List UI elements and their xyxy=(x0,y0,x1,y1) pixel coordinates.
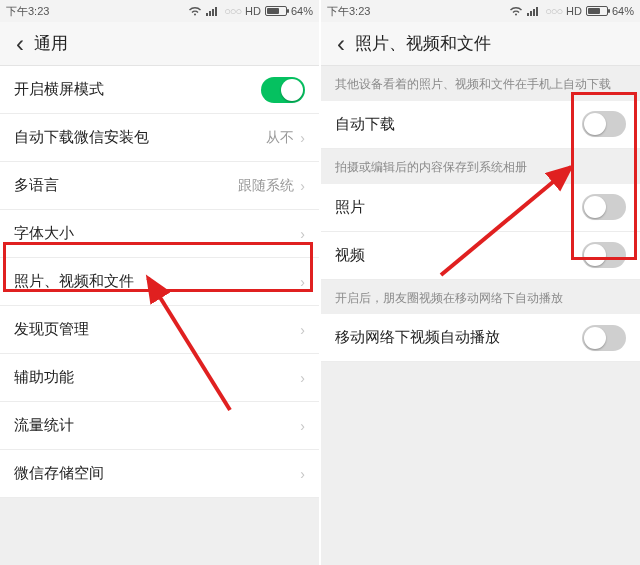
signal-icon xyxy=(527,6,541,16)
titlebar: ‹ 照片、视频和文件 xyxy=(321,22,640,66)
status-dots: ○○○ xyxy=(545,5,562,17)
statusbar: 下午3:23 ○○○ HD 64% xyxy=(321,0,640,22)
row-mobile-autoplay[interactable]: 移动网络下视频自动播放 xyxy=(321,314,640,362)
svg-rect-1 xyxy=(209,11,211,16)
back-button[interactable]: ‹ xyxy=(6,22,34,66)
battery-icon xyxy=(265,6,287,16)
row-label: 视频 xyxy=(335,246,365,265)
battery-percent: 64% xyxy=(291,5,313,17)
row-label: 照片、视频和文件 xyxy=(14,272,134,291)
row-storage[interactable]: 微信存储空间 › xyxy=(0,450,319,498)
toggle-auto-download[interactable] xyxy=(582,111,626,137)
row-video[interactable]: 视频 xyxy=(321,232,640,280)
row-label: 流量统计 xyxy=(14,416,74,435)
chevron-right-icon: › xyxy=(300,418,305,434)
svg-rect-3 xyxy=(215,7,217,16)
row-language[interactable]: 多语言 跟随系统 › xyxy=(0,162,319,210)
row-font-size[interactable]: 字体大小 › xyxy=(0,210,319,258)
toggle-landscape[interactable] xyxy=(261,77,305,103)
row-label: 辅助功能 xyxy=(14,368,74,387)
svg-rect-6 xyxy=(530,11,532,16)
svg-rect-2 xyxy=(212,9,214,16)
toggle-video[interactable] xyxy=(582,242,626,268)
chevron-right-icon: › xyxy=(300,226,305,242)
row-label: 发现页管理 xyxy=(14,320,89,339)
svg-rect-7 xyxy=(533,9,535,16)
section-note: 拍摄或编辑后的内容保存到系统相册 xyxy=(321,149,640,184)
status-time: 下午3:23 xyxy=(327,4,370,19)
wifi-icon xyxy=(188,6,202,16)
status-time: 下午3:23 xyxy=(6,4,49,19)
chevron-right-icon: › xyxy=(300,130,305,146)
row-label: 开启横屏模式 xyxy=(14,80,104,99)
signal-icon xyxy=(206,6,220,16)
section-note: 开启后，朋友圈视频在移动网络下自动播放 xyxy=(321,280,640,315)
row-photo[interactable]: 照片 xyxy=(321,184,640,232)
battery-percent: 64% xyxy=(612,5,634,17)
row-label: 多语言 xyxy=(14,176,59,195)
svg-rect-5 xyxy=(527,13,529,16)
settings-list: 开启横屏模式 自动下载微信安装包 从不 › 多语言 跟随系统 › xyxy=(0,66,319,498)
row-landscape[interactable]: 开启横屏模式 xyxy=(0,66,319,114)
status-dots: ○○○ xyxy=(224,5,241,17)
titlebar: ‹ 通用 xyxy=(0,22,319,66)
row-auto-download[interactable]: 自动下载 xyxy=(321,101,640,149)
battery-icon xyxy=(586,6,608,16)
row-accessibility[interactable]: 辅助功能 › xyxy=(0,354,319,402)
svg-rect-8 xyxy=(536,7,538,16)
row-label: 微信存储空间 xyxy=(14,464,104,483)
row-label: 字体大小 xyxy=(14,224,74,243)
row-label: 自动下载微信安装包 xyxy=(14,128,149,147)
hd-indicator: HD xyxy=(245,5,261,17)
row-discover[interactable]: 发现页管理 › xyxy=(0,306,319,354)
chevron-right-icon: › xyxy=(300,322,305,338)
row-label: 移动网络下视频自动播放 xyxy=(335,328,500,347)
chevron-right-icon: › xyxy=(300,274,305,290)
section-note: 其他设备看着的照片、视频和文件在手机上自动下载 xyxy=(321,66,640,101)
row-label: 照片 xyxy=(335,198,365,217)
toggle-mobile-autoplay[interactable] xyxy=(582,325,626,351)
phone-right: 下午3:23 ○○○ HD 64% ‹ xyxy=(321,0,640,565)
statusbar: 下午3:23 ○○○ HD 64% xyxy=(0,0,319,22)
phone-left: 下午3:23 ○○○ HD 64% ‹ xyxy=(0,0,319,565)
svg-rect-0 xyxy=(206,13,208,16)
chevron-right-icon: › xyxy=(300,178,305,194)
chevron-right-icon: › xyxy=(300,466,305,482)
row-media-files[interactable]: 照片、视频和文件 › xyxy=(0,258,319,306)
row-value: 跟随系统 xyxy=(238,177,294,195)
page-title: 通用 xyxy=(34,32,68,55)
row-value: 从不 xyxy=(266,129,294,147)
hd-indicator: HD xyxy=(566,5,582,17)
wifi-icon xyxy=(509,6,523,16)
row-traffic[interactable]: 流量统计 › xyxy=(0,402,319,450)
chevron-right-icon: › xyxy=(300,370,305,386)
back-button[interactable]: ‹ xyxy=(327,22,355,66)
row-label: 自动下载 xyxy=(335,115,395,134)
row-auto-update[interactable]: 自动下载微信安装包 从不 › xyxy=(0,114,319,162)
toggle-photo[interactable] xyxy=(582,194,626,220)
page-title: 照片、视频和文件 xyxy=(355,32,491,55)
